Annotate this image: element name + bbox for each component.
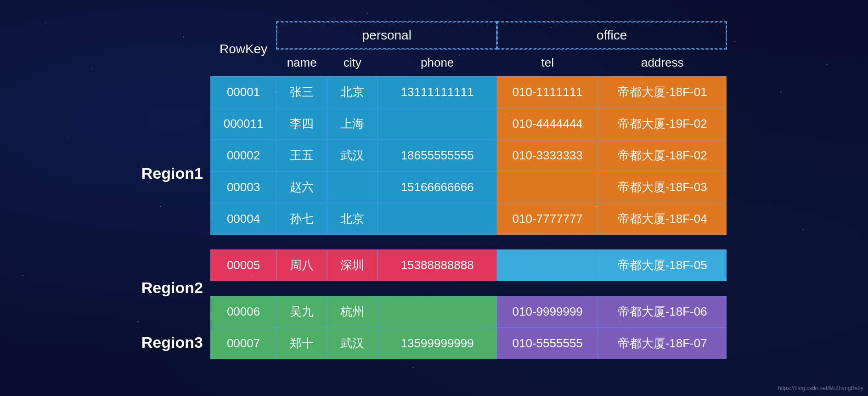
region-spacer bbox=[210, 235, 727, 249]
phone-cell: 15166666666 bbox=[378, 171, 497, 203]
address-col-header: address bbox=[598, 49, 727, 76]
table-row: 00005 周八 深圳 15388888888 帝都大厦-18F-05 bbox=[210, 249, 727, 281]
phone-cell: 13111111111 bbox=[378, 76, 497, 108]
name-cell: 吴九 bbox=[276, 296, 327, 328]
office-group-header: office bbox=[497, 22, 727, 49]
table-wrapper: RowKey personal office name city bbox=[210, 22, 727, 359]
address-cell: 帝都大厦-18F-04 bbox=[598, 203, 727, 235]
rowkey-cell: 00006 bbox=[210, 296, 276, 328]
personal-group-header: personal bbox=[276, 22, 497, 49]
tel-col-header: tel bbox=[497, 49, 598, 76]
city-cell: 武汉 bbox=[327, 328, 378, 359]
city-cell: 北京 bbox=[327, 76, 378, 108]
address-cell: 帝都大厦-18F-01 bbox=[598, 76, 727, 108]
phone-cell bbox=[378, 203, 497, 235]
region3-label: Region3 bbox=[141, 310, 203, 374]
table-row: 00004 孙七 北京 010-7777777 帝都大厦-18F-04 bbox=[210, 203, 727, 235]
address-cell: 帝都大厦-18F-07 bbox=[598, 328, 727, 359]
name-cell: 孙七 bbox=[276, 203, 327, 235]
sub-header-row: name city phone tel address bbox=[210, 49, 727, 76]
table-row: 00001 张三 北京 13111111111 010-1111111 帝都大厦… bbox=[210, 76, 727, 108]
table-row: 00002 王五 武汉 18655555555 010-3333333 帝都大厦… bbox=[210, 140, 727, 171]
tel-cell bbox=[497, 171, 598, 203]
city-cell: 杭州 bbox=[327, 296, 378, 328]
rowkey-cell: 00003 bbox=[210, 171, 276, 203]
tel-cell: 010-3333333 bbox=[497, 140, 598, 171]
tel-cell: 010-4444444 bbox=[497, 108, 598, 140]
city-cell: 上海 bbox=[327, 108, 378, 140]
table-row: 000011 李四 上海 010-4444444 帝都大厦-19F-02 bbox=[210, 108, 727, 140]
name-col-header: name bbox=[276, 49, 327, 76]
name-cell: 郑十 bbox=[276, 328, 327, 359]
address-cell: 帝都大厦-19F-02 bbox=[598, 108, 727, 140]
city-cell: 武汉 bbox=[327, 140, 378, 171]
watermark: https://blog.csdn.net/MrZhangBaby bbox=[778, 385, 863, 391]
phone-cell: 13599999999 bbox=[378, 328, 497, 359]
rowkey-cell: 00005 bbox=[210, 249, 276, 281]
phone-cell bbox=[378, 108, 497, 140]
tel-cell bbox=[497, 249, 598, 281]
rowkey-cell: 000011 bbox=[210, 108, 276, 140]
rowkey-cell: 00004 bbox=[210, 203, 276, 235]
rowkey-cell: 00007 bbox=[210, 328, 276, 359]
tel-cell: 010-9999999 bbox=[497, 296, 598, 328]
tel-cell: 010-5555555 bbox=[497, 328, 598, 359]
address-cell: 帝都大厦-18F-05 bbox=[598, 249, 727, 281]
address-cell: 帝都大厦-18F-02 bbox=[598, 140, 727, 171]
main-layout: Region1 Region2 Region3 RowKey personal bbox=[141, 22, 727, 374]
table-row: 00007 郑十 武汉 13599999999 010-5555555 帝都大厦… bbox=[210, 328, 727, 359]
table-row: 00003 赵六 15166666666 帝都大厦-18F-03 bbox=[210, 171, 727, 203]
group-header-row: RowKey personal office bbox=[210, 22, 727, 49]
city-col-header: city bbox=[327, 49, 378, 76]
city-cell: 北京 bbox=[327, 203, 378, 235]
table-row: 00006 吴九 杭州 010-9999999 帝都大厦-18F-06 bbox=[210, 296, 727, 328]
name-cell: 王五 bbox=[276, 140, 327, 171]
address-cell: 帝都大厦-18F-03 bbox=[598, 171, 727, 203]
name-cell: 张三 bbox=[276, 76, 327, 108]
rowkey-header: RowKey bbox=[210, 22, 276, 76]
phone-cell: 18655555555 bbox=[378, 140, 497, 171]
city-cell: 深圳 bbox=[327, 249, 378, 281]
name-cell: 赵六 bbox=[276, 171, 327, 203]
region1-label: Region1 bbox=[141, 81, 203, 265]
phone-col-header: phone bbox=[378, 49, 497, 76]
name-cell: 李四 bbox=[276, 108, 327, 140]
address-cell: 帝都大厦-18F-06 bbox=[598, 296, 727, 328]
tel-cell: 010-1111111 bbox=[497, 76, 598, 108]
name-cell: 周八 bbox=[276, 249, 327, 281]
phone-cell bbox=[378, 296, 497, 328]
rowkey-cell: 00002 bbox=[210, 140, 276, 171]
city-cell bbox=[327, 171, 378, 203]
phone-cell: 15388888888 bbox=[378, 249, 497, 281]
rowkey-cell: 00001 bbox=[210, 76, 276, 108]
region-labels: Region1 Region2 Region3 bbox=[141, 22, 203, 374]
region2-label: Region2 bbox=[141, 272, 203, 304]
tel-cell: 010-7777777 bbox=[497, 203, 598, 235]
region-spacer bbox=[210, 281, 727, 296]
